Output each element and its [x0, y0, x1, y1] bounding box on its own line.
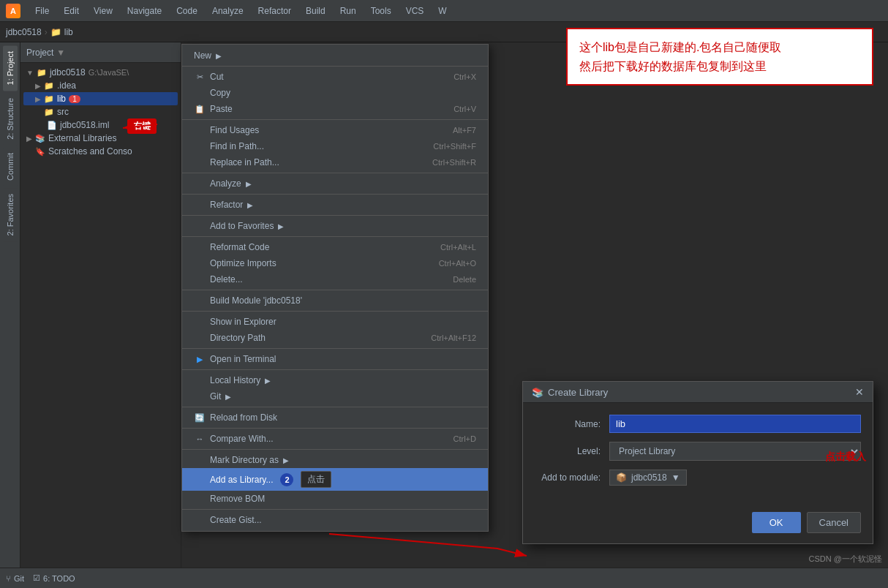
- ctx-paste[interactable]: 📋Paste Ctrl+V: [182, 101, 488, 117]
- tree-arrow-lib: ▶: [35, 95, 41, 103]
- dialog-note: 点击载入: [825, 451, 866, 464]
- ctx-find-usages[interactable]: Find Usages Alt+F7: [182, 122, 488, 138]
- ctx-compare[interactable]: ↔Compare With... Ctrl+D: [182, 431, 488, 447]
- ctx-local-history[interactable]: Local History ▶: [182, 372, 488, 388]
- ctx-favorites-label: Add to Favorites ▶: [194, 221, 284, 231]
- ctx-reformat-shortcut: Ctrl+Alt+L: [440, 243, 476, 252]
- menu-view[interactable]: View: [88, 4, 118, 18]
- ctx-analyze[interactable]: Analyze ▶: [182, 176, 488, 192]
- ctx-cut[interactable]: ✂Cut Ctrl+X: [182, 69, 488, 85]
- ctx-explorer-label: Show in Explorer: [194, 317, 276, 327]
- dialog-cancel-button[interactable]: Cancel: [807, 512, 861, 533]
- panel-header: Project ▼: [20, 42, 181, 63]
- menu-navigate[interactable]: Navigate: [121, 4, 168, 18]
- sidebar-tab-project[interactable]: 1: Project: [3, 45, 18, 91]
- ctx-add-to-favorites[interactable]: Add to Favorites ▶: [182, 218, 488, 234]
- ctx-copy[interactable]: Copy: [182, 85, 488, 101]
- create-library-dialog: 📚 Create Library ✕ Name: Level: Project …: [522, 381, 873, 544]
- tree-item-src[interactable]: ▶ 📁 src: [23, 105, 178, 118]
- ctx-add-library[interactable]: Add as Library... 2 点击: [182, 468, 488, 491]
- ctx-remove-bom[interactable]: Remove BOM: [182, 491, 488, 507]
- ctx-show-explorer[interactable]: Show in Explorer: [182, 314, 488, 330]
- breadcrumb-project[interactable]: jdbc0518: [6, 27, 42, 37]
- ctx-mark-dir[interactable]: Mark Directory as ▶: [182, 452, 488, 468]
- ctx-replace-path-label: Replace in Path...: [194, 157, 279, 167]
- menu-build[interactable]: Build: [300, 4, 331, 18]
- tree-label-idea: .idea: [57, 80, 76, 91]
- ctx-compare-label: ↔Compare With...: [194, 434, 274, 444]
- idea-folder-icon: 📁: [44, 81, 54, 91]
- breadcrumb-sep1: ›: [45, 27, 48, 37]
- ctx-find-usages-shortcut: Alt+F7: [453, 126, 476, 135]
- sidebar-tab-favorites[interactable]: 2: Favorites: [3, 188, 18, 241]
- tree-item-idea[interactable]: ▶ 📁 .idea: [23, 79, 178, 92]
- ctx-reload[interactable]: 🔄Reload from Disk: [182, 410, 488, 426]
- ctx-dir-path[interactable]: Directory Path Ctrl+Alt+F12: [182, 330, 488, 346]
- menu-run[interactable]: Run: [334, 4, 362, 18]
- menu-file[interactable]: File: [29, 4, 55, 18]
- annotation-box: 这个lib包是自己新建的.包名自己随便取 然后把下载好的数据库包复制到这里: [566, 28, 873, 86]
- extlibs-icon: 📚: [35, 134, 45, 143]
- sidebar-tab-commit[interactable]: Commit: [3, 147, 18, 186]
- right-key-label: 右键: [127, 118, 157, 134]
- ctx-git-label: Git ▶: [194, 391, 231, 402]
- git-status[interactable]: ⑂ Git: [6, 574, 24, 583]
- breadcrumb-folder[interactable]: lib: [64, 27, 73, 37]
- tree-label-src: src: [57, 107, 69, 117]
- ctx-cut-label: ✂Cut: [194, 72, 224, 82]
- dialog-level-select[interactable]: Project Library Global Library Module Li…: [609, 442, 861, 461]
- folder-icon: 📁: [50, 27, 61, 37]
- dialog-buttons: OK Cancel: [523, 506, 873, 543]
- ctx-copy-label: Copy: [194, 88, 230, 98]
- ctx-history-label: Local History ▶: [194, 375, 271, 385]
- ctx-find-in-path[interactable]: Find in Path... Ctrl+Shift+F: [182, 138, 488, 154]
- dialog-close-button[interactable]: ✕: [855, 386, 864, 398]
- ctx-new[interactable]: New ▶: [182, 48, 488, 64]
- click-hint: 点击: [301, 471, 331, 488]
- scratches-icon: 🔖: [35, 147, 45, 157]
- annotation-line1: 这个lib包是自己新建的.包名自己随便取: [579, 41, 781, 53]
- tree-arrow-extlibs: ▶: [26, 135, 32, 143]
- todo-status[interactable]: ☑ 6: TODO: [33, 573, 75, 583]
- ctx-replace-path-shortcut: Ctrl+Shift+R: [432, 158, 476, 167]
- ctx-sep6: [182, 236, 488, 237]
- menu-code[interactable]: Code: [170, 4, 203, 18]
- lib-badge: 1: [69, 95, 80, 103]
- tree-label-iml: jdbc0518.iml: [60, 120, 109, 130]
- src-folder-icon: 📁: [44, 108, 54, 117]
- ctx-git[interactable]: Git ▶: [182, 388, 488, 404]
- dialog-level-field: Project Library Global Library Module Li…: [609, 442, 861, 461]
- ctx-build-module[interactable]: Build Module 'jdbc0518': [182, 293, 488, 309]
- ctx-addlib-label: Add as Library... 2 点击: [194, 471, 331, 488]
- menu-w[interactable]: W: [432, 4, 452, 18]
- ctx-cut-shortcut: Ctrl+X: [454, 72, 476, 81]
- project-panel: Project ▼ ▼ 📁 jdbc0518 G:\JavaSE\ ▶ 📁 .i…: [20, 42, 181, 588]
- menu-edit[interactable]: Edit: [58, 4, 85, 18]
- ctx-build-label: Build Module 'jdbc0518': [194, 295, 302, 306]
- dialog-ok-button[interactable]: OK: [752, 512, 801, 533]
- panel-dropdown-icon[interactable]: ▼: [56, 48, 65, 58]
- ctx-replace-in-path[interactable]: Replace in Path... Ctrl+Shift+R: [182, 154, 488, 170]
- ctx-sep12: [182, 428, 488, 429]
- ctx-create-gist[interactable]: Create Gist...: [182, 512, 488, 528]
- dialog-level-row: Level: Project Library Global Library Mo…: [535, 442, 861, 461]
- menu-analyze[interactable]: Analyze: [206, 4, 249, 18]
- dialog-module-select[interactable]: 📦 jdbc0518 ▼: [609, 470, 687, 486]
- dialog-name-input[interactable]: [609, 415, 861, 433]
- ctx-reformat[interactable]: Reformat Code Ctrl+Alt+L: [182, 239, 488, 255]
- ctx-open-terminal[interactable]: ▶Open in Terminal: [182, 351, 488, 367]
- ctx-optimize-imports[interactable]: Optimize Imports Ctrl+Alt+O: [182, 255, 488, 271]
- sidebar-tab-structure[interactable]: 2: Structure: [3, 92, 18, 146]
- menu-tools[interactable]: Tools: [365, 4, 397, 18]
- ctx-refactor[interactable]: Refactor ▶: [182, 197, 488, 213]
- tree-item-lib[interactable]: ▶ 📁 lib 1: [23, 92, 178, 105]
- ctx-sep13: [182, 449, 488, 450]
- menu-vcs[interactable]: VCS: [400, 4, 430, 18]
- module-dropdown-icon: ▼: [671, 472, 680, 483]
- menu-refactor[interactable]: Refactor: [252, 4, 297, 18]
- tree-item-root[interactable]: ▼ 📁 jdbc0518 G:\JavaSE\: [23, 66, 178, 79]
- tree-item-scratches[interactable]: ▶ 🔖 Scratches and Conso: [23, 145, 178, 158]
- dialog-module-row: Add to module: 📦 jdbc0518 ▼: [535, 470, 861, 486]
- ctx-delete[interactable]: Delete... Delete: [182, 271, 488, 287]
- dialog-title-text: Create Library: [548, 387, 608, 398]
